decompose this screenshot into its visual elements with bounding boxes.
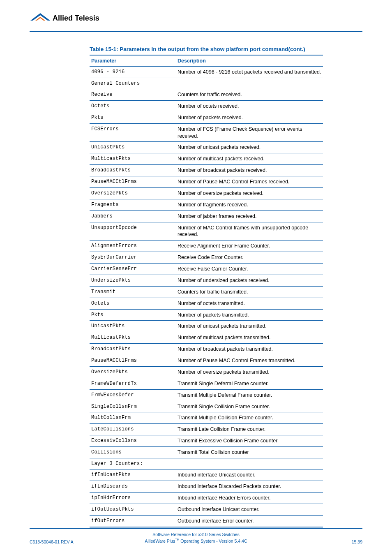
- footer-page: 15.39: [352, 539, 362, 544]
- desc-cell: Number of octets transmitted.: [176, 298, 323, 309]
- desc-cell: Inbound interface Header Errors counter.: [176, 492, 323, 504]
- desc-cell: Receive Alignment Error Frame Counter.: [176, 240, 323, 252]
- table-row: ifInDiscardsInbound interface Discarded …: [90, 481, 323, 493]
- param-cell: UndersizePkts: [90, 275, 176, 286]
- col-header-parameter: Parameter: [90, 55, 176, 67]
- param-cell: LateCollisions: [90, 424, 176, 435]
- page-footer: Software Reference for x310 Series Switc…: [30, 532, 362, 544]
- table-row: PauseMACCtlFrmsNumber of Pause MAC Contr…: [90, 176, 323, 188]
- param-cell: SysErDurCarrier: [90, 252, 176, 264]
- table-row: TransmitCounters for traffic transmitted…: [90, 286, 323, 298]
- table-row: UnicastPktsNumber of unicast packets rec…: [90, 142, 323, 153]
- table-row: UndersizePktsNumber of undersized packet…: [90, 275, 323, 286]
- col-header-description: Description: [176, 55, 323, 67]
- table-row: OctetsNumber of octets received.: [90, 100, 323, 112]
- desc-cell: Number of octets received.: [176, 100, 323, 112]
- desc-cell: Number of fragments received.: [176, 199, 323, 210]
- desc-cell: Inbound interface Unicast counter.: [176, 469, 323, 481]
- footer-line1: Software Reference for x310 Series Switc…: [30, 532, 362, 538]
- table-row: PauseMACCtlFrmsNumber of Pause MAC Contr…: [90, 355, 323, 367]
- table-row: BroadcastPktsNumber of broadcast packets…: [90, 344, 323, 355]
- param-cell: Jabbers: [90, 210, 176, 222]
- param-cell: 4096 - 9216: [90, 67, 176, 78]
- desc-cell: Number of unicast packets transmitted.: [176, 321, 323, 332]
- table-row: FrmWExcesDeferTransmit Multiple Deferral…: [90, 389, 323, 401]
- desc-cell: Transmit Late Collision Frame counter.: [176, 424, 323, 435]
- param-cell: MulticastPkts: [90, 332, 176, 344]
- desc-cell: Receive False Carrier Counter.: [176, 264, 323, 275]
- param-cell: SingleCollsnFrm: [90, 401, 176, 412]
- param-cell: CarrierSenseErr: [90, 264, 176, 275]
- param-cell: UnicastPkts: [90, 142, 176, 153]
- desc-cell: Counters for traffic received.: [176, 89, 323, 101]
- param-cell: ifInUcastPkts: [90, 469, 176, 481]
- table-caption: Table 15-1: Parameters in the output fro…: [90, 46, 392, 52]
- footer-divider: [30, 528, 362, 529]
- table-row: MulticastPktsNumber of multicast packets…: [90, 153, 323, 165]
- desc-cell: Number of broadcast packets transmitted.: [176, 344, 323, 355]
- param-cell: Fragments: [90, 199, 176, 210]
- table-row: FCSErrorsNumber of FCS (Frame Check Sequ…: [90, 123, 323, 142]
- table-row: PktsNumber of packets transmitted.: [90, 309, 323, 321]
- param-cell: BroadcastPkts: [90, 165, 176, 176]
- desc-cell: [176, 78, 323, 89]
- param-cell: Layer 3 Counters:: [90, 458, 176, 469]
- table-row: UnsupportOpcodeNumber of MAC Control fra…: [90, 222, 323, 240]
- desc-cell: Number of Pause MAC Control Frames trans…: [176, 355, 323, 367]
- param-cell: Pkts: [90, 112, 176, 123]
- table-row: CollisionsTransmit Total Collision count…: [90, 447, 323, 458]
- desc-cell: Transmit Single Deferral Frame counter.: [176, 378, 323, 389]
- param-cell: ipInHdrErrors: [90, 492, 176, 504]
- footer-line2: AlliedWare PlusTM Operating System - Ver…: [30, 538, 362, 544]
- table-row: General Counters: [90, 78, 323, 89]
- table-row: BroadcastPktsNumber of broadcast packets…: [90, 165, 323, 176]
- desc-cell: Number of oversize packets received.: [176, 187, 323, 199]
- table-row: OversizePktsNumber of oversize packets r…: [90, 187, 323, 199]
- param-cell: ExcessivCollsns: [90, 435, 176, 447]
- param-cell: FrameWDeferrdTx: [90, 378, 176, 389]
- desc-cell: Number of FCS (Frame Check Sequence) err…: [176, 123, 323, 142]
- desc-cell: Number of Pause MAC Control Frames recei…: [176, 176, 323, 188]
- table-row: ifOutErrorsOutbound interface Error coun…: [90, 515, 323, 527]
- table-row: OctetsNumber of octets transmitted.: [90, 298, 323, 309]
- desc-cell: Inbound interface Discarded Packets coun…: [176, 481, 323, 493]
- table-row: FragmentsNumber of fragments received.: [90, 199, 323, 210]
- desc-cell: Transmit Excessive Collision Frame count…: [176, 435, 323, 447]
- param-cell: AlignmentErrors: [90, 240, 176, 252]
- param-cell: MultCollsnFrm: [90, 412, 176, 424]
- param-cell: General Counters: [90, 78, 176, 89]
- desc-cell: Counters for traffic transmitted.: [176, 286, 323, 298]
- param-cell: FrmWExcesDefer: [90, 389, 176, 401]
- desc-cell: Transmit Multiple Collision Frame counte…: [176, 412, 323, 424]
- param-cell: ifInDiscards: [90, 481, 176, 493]
- param-cell: MulticastPkts: [90, 153, 176, 165]
- desc-cell: Number of jabber frames received.: [176, 210, 323, 222]
- table-row: ifInUcastPktsInbound interface Unicast c…: [90, 469, 323, 481]
- desc-cell: Number of oversize packets transmitted.: [176, 366, 323, 378]
- table-row: MultCollsnFrmTransmit Multiple Collision…: [90, 412, 323, 424]
- brand-logo: Allied Telesis: [0, 0, 392, 25]
- param-cell: Collisions: [90, 447, 176, 458]
- table-row: ipInHdrErrorsInbound interface Header Er…: [90, 492, 323, 504]
- table-row: UnicastPktsNumber of unicast packets tra…: [90, 321, 323, 332]
- param-cell: Octets: [90, 100, 176, 112]
- desc-cell: Number of packets received.: [176, 112, 323, 123]
- table-row: SysErDurCarrierReceive Code Error Counte…: [90, 252, 323, 264]
- param-cell: UnicastPkts: [90, 321, 176, 332]
- desc-cell: Outbound interface Unicast counter.: [176, 504, 323, 515]
- table-row: LateCollisionsTransmit Late Collision Fr…: [90, 424, 323, 435]
- desc-cell: Number of multicast packets received.: [176, 153, 323, 165]
- desc-cell: Transmit Multiple Deferral Frame counter…: [176, 389, 323, 401]
- param-cell: BroadcastPkts: [90, 344, 176, 355]
- desc-cell: Receive Code Error Counter.: [176, 252, 323, 264]
- parameters-table: Parameter Description 4096 - 9216Number …: [90, 55, 323, 527]
- param-cell: PauseMACCtlFrms: [90, 176, 176, 188]
- footer-rev: C613-50046-01 REV A: [30, 539, 74, 544]
- table-row: MulticastPktsNumber of multicast packets…: [90, 332, 323, 344]
- table-row: SingleCollsnFrmTransmit Single Collision…: [90, 401, 323, 412]
- logo-text: Allied Telesis: [53, 14, 99, 22]
- desc-cell: [176, 458, 323, 469]
- desc-cell: Number of broadcast packets received.: [176, 165, 323, 176]
- table-row: CarrierSenseErrReceive False Carrier Cou…: [90, 264, 323, 275]
- table-row: ExcessivCollsnsTransmit Excessive Collis…: [90, 435, 323, 447]
